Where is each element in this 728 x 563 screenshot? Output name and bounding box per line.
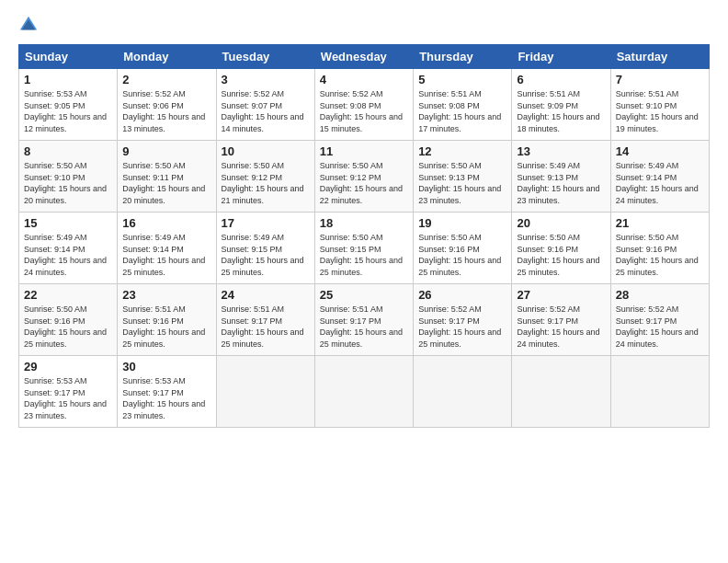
day-info: Sunrise: 5:50 AMSunset: 9:12 PMDaylight:… xyxy=(222,161,304,205)
day-info: Sunrise: 5:53 AMSunset: 9:17 PMDaylight:… xyxy=(24,376,107,420)
day-cell xyxy=(414,356,512,428)
logo-icon xyxy=(18,15,39,35)
header xyxy=(18,15,710,35)
day-cell: 21Sunrise: 5:50 AMSunset: 9:16 PMDayligh… xyxy=(610,213,709,284)
week-row-3: 15Sunrise: 5:49 AMSunset: 9:14 PMDayligh… xyxy=(19,213,710,284)
day-cell: 26Sunrise: 5:52 AMSunset: 9:17 PMDayligh… xyxy=(414,284,512,356)
day-cell: 1Sunrise: 5:53 AMSunset: 9:05 PMDaylight… xyxy=(19,69,118,141)
day-cell: 19Sunrise: 5:50 AMSunset: 9:16 PMDayligh… xyxy=(414,213,512,284)
day-info: Sunrise: 5:52 AMSunset: 9:17 PMDaylight:… xyxy=(616,304,699,349)
day-cell: 18Sunrise: 5:50 AMSunset: 9:15 PMDayligh… xyxy=(314,213,413,284)
day-info: Sunrise: 5:49 AMSunset: 9:13 PMDaylight:… xyxy=(517,161,599,205)
day-number: 6 xyxy=(517,73,605,86)
day-number: 2 xyxy=(122,73,210,86)
day-number: 27 xyxy=(517,288,605,302)
calendar-table: SundayMondayTuesdayWednesdayThursdayFrid… xyxy=(18,44,710,428)
day-cell: 15Sunrise: 5:49 AMSunset: 9:14 PMDayligh… xyxy=(19,213,118,284)
day-info: Sunrise: 5:50 AMSunset: 9:16 PMDaylight:… xyxy=(24,304,107,349)
col-header-tuesday: Tuesday xyxy=(216,45,314,69)
day-cell: 28Sunrise: 5:52 AMSunset: 9:17 PMDayligh… xyxy=(610,284,709,356)
day-number: 5 xyxy=(418,73,506,86)
day-cell: 9Sunrise: 5:50 AMSunset: 9:11 PMDaylight… xyxy=(118,141,216,213)
day-number: 20 xyxy=(517,216,605,230)
day-cell: 4Sunrise: 5:52 AMSunset: 9:08 PMDaylight… xyxy=(314,69,413,141)
col-header-wednesday: Wednesday xyxy=(314,45,413,69)
day-number: 3 xyxy=(222,73,310,86)
day-info: Sunrise: 5:50 AMSunset: 9:16 PMDaylight:… xyxy=(616,233,699,277)
day-number: 28 xyxy=(616,288,704,302)
day-cell: 10Sunrise: 5:50 AMSunset: 9:12 PMDayligh… xyxy=(216,141,314,213)
day-cell: 29Sunrise: 5:53 AMSunset: 9:17 PMDayligh… xyxy=(19,356,118,428)
day-number: 21 xyxy=(616,216,704,230)
day-number: 29 xyxy=(24,360,112,373)
day-cell: 7Sunrise: 5:51 AMSunset: 9:10 PMDaylight… xyxy=(610,69,709,141)
day-cell: 20Sunrise: 5:50 AMSunset: 9:16 PMDayligh… xyxy=(512,213,610,284)
day-number: 13 xyxy=(517,144,605,158)
col-header-friday: Friday xyxy=(512,45,610,69)
day-info: Sunrise: 5:50 AMSunset: 9:16 PMDaylight:… xyxy=(517,233,599,277)
day-info: Sunrise: 5:51 AMSunset: 9:08 PMDaylight:… xyxy=(418,89,501,133)
day-info: Sunrise: 5:49 AMSunset: 9:15 PMDaylight:… xyxy=(222,233,304,277)
day-cell: 25Sunrise: 5:51 AMSunset: 9:17 PMDayligh… xyxy=(314,284,413,356)
col-header-saturday: Saturday xyxy=(610,45,709,69)
day-cell: 13Sunrise: 5:49 AMSunset: 9:13 PMDayligh… xyxy=(512,141,610,213)
day-cell: 23Sunrise: 5:51 AMSunset: 9:16 PMDayligh… xyxy=(118,284,216,356)
day-cell: 12Sunrise: 5:50 AMSunset: 9:13 PMDayligh… xyxy=(414,141,512,213)
day-info: Sunrise: 5:51 AMSunset: 9:17 PMDaylight:… xyxy=(320,304,403,349)
day-cell: 6Sunrise: 5:51 AMSunset: 9:09 PMDaylight… xyxy=(512,69,610,141)
logo xyxy=(18,15,42,35)
day-info: Sunrise: 5:50 AMSunset: 9:12 PMDaylight:… xyxy=(320,161,403,205)
day-info: Sunrise: 5:49 AMSunset: 9:14 PMDaylight:… xyxy=(122,233,205,277)
col-header-monday: Monday xyxy=(118,45,216,69)
calendar-page: SundayMondayTuesdayWednesdayThursdayFrid… xyxy=(0,0,728,563)
day-info: Sunrise: 5:52 AMSunset: 9:17 PMDaylight:… xyxy=(517,304,599,349)
day-info: Sunrise: 5:52 AMSunset: 9:07 PMDaylight:… xyxy=(222,89,304,133)
day-number: 4 xyxy=(320,73,408,86)
week-row-5: 29Sunrise: 5:53 AMSunset: 9:17 PMDayligh… xyxy=(19,356,710,428)
day-number: 22 xyxy=(24,288,112,302)
day-number: 9 xyxy=(122,144,210,158)
day-info: Sunrise: 5:49 AMSunset: 9:14 PMDaylight:… xyxy=(24,233,107,277)
day-info: Sunrise: 5:52 AMSunset: 9:06 PMDaylight:… xyxy=(122,89,205,133)
day-cell: 5Sunrise: 5:51 AMSunset: 9:08 PMDaylight… xyxy=(414,69,512,141)
day-cell xyxy=(314,356,413,428)
day-number: 30 xyxy=(122,360,210,373)
day-info: Sunrise: 5:50 AMSunset: 9:16 PMDaylight:… xyxy=(418,233,501,277)
day-number: 25 xyxy=(320,288,408,302)
day-cell xyxy=(216,356,314,428)
day-info: Sunrise: 5:51 AMSunset: 9:09 PMDaylight:… xyxy=(517,89,599,133)
day-number: 19 xyxy=(418,216,506,230)
day-cell: 30Sunrise: 5:53 AMSunset: 9:17 PMDayligh… xyxy=(118,356,216,428)
day-cell xyxy=(610,356,709,428)
day-info: Sunrise: 5:52 AMSunset: 9:17 PMDaylight:… xyxy=(418,304,501,349)
day-number: 26 xyxy=(418,288,506,302)
day-cell: 27Sunrise: 5:52 AMSunset: 9:17 PMDayligh… xyxy=(512,284,610,356)
day-info: Sunrise: 5:53 AMSunset: 9:05 PMDaylight:… xyxy=(24,89,107,133)
day-number: 16 xyxy=(122,216,210,230)
day-cell: 17Sunrise: 5:49 AMSunset: 9:15 PMDayligh… xyxy=(216,213,314,284)
day-number: 11 xyxy=(320,144,408,158)
day-info: Sunrise: 5:53 AMSunset: 9:17 PMDaylight:… xyxy=(122,376,205,420)
day-info: Sunrise: 5:52 AMSunset: 9:08 PMDaylight:… xyxy=(320,89,403,133)
day-info: Sunrise: 5:51 AMSunset: 9:10 PMDaylight:… xyxy=(616,89,699,133)
week-row-2: 8Sunrise: 5:50 AMSunset: 9:10 PMDaylight… xyxy=(19,141,710,213)
day-number: 7 xyxy=(616,73,704,86)
week-row-1: 1Sunrise: 5:53 AMSunset: 9:05 PMDaylight… xyxy=(19,69,710,141)
day-info: Sunrise: 5:50 AMSunset: 9:10 PMDaylight:… xyxy=(24,161,107,205)
col-header-thursday: Thursday xyxy=(414,45,512,69)
day-number: 23 xyxy=(122,288,210,302)
day-number: 17 xyxy=(222,216,310,230)
day-cell xyxy=(512,356,610,428)
day-number: 14 xyxy=(616,144,704,158)
day-info: Sunrise: 5:49 AMSunset: 9:14 PMDaylight:… xyxy=(616,161,699,205)
day-cell: 16Sunrise: 5:49 AMSunset: 9:14 PMDayligh… xyxy=(118,213,216,284)
day-cell: 22Sunrise: 5:50 AMSunset: 9:16 PMDayligh… xyxy=(19,284,118,356)
day-cell: 8Sunrise: 5:50 AMSunset: 9:10 PMDaylight… xyxy=(19,141,118,213)
day-info: Sunrise: 5:51 AMSunset: 9:17 PMDaylight:… xyxy=(222,304,304,349)
day-cell: 2Sunrise: 5:52 AMSunset: 9:06 PMDaylight… xyxy=(118,69,216,141)
day-cell: 14Sunrise: 5:49 AMSunset: 9:14 PMDayligh… xyxy=(610,141,709,213)
day-number: 1 xyxy=(24,73,112,86)
header-row: SundayMondayTuesdayWednesdayThursdayFrid… xyxy=(19,45,710,69)
day-info: Sunrise: 5:50 AMSunset: 9:11 PMDaylight:… xyxy=(122,161,205,205)
week-row-4: 22Sunrise: 5:50 AMSunset: 9:16 PMDayligh… xyxy=(19,284,710,356)
